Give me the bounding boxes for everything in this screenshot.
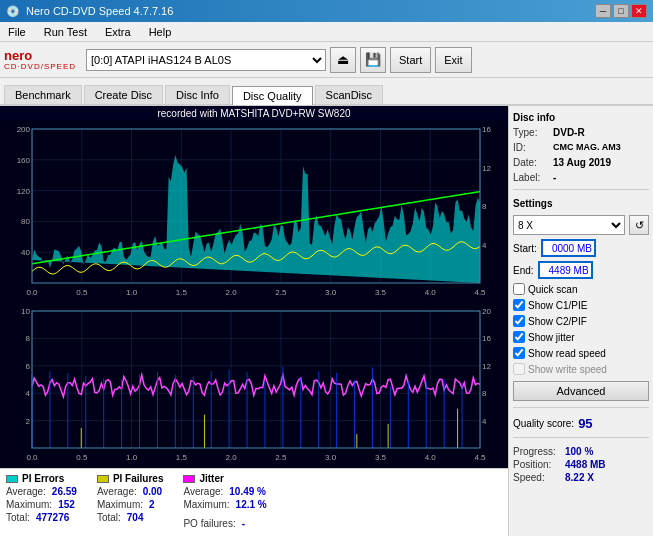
disc-type-row: Type: DVD-R	[513, 127, 649, 138]
end-mb-input[interactable]	[538, 261, 593, 279]
pi-failures-header: PI Failures	[97, 473, 164, 484]
logo-sub: CD·DVD/SPEED	[4, 62, 76, 71]
upper-canvas	[0, 121, 508, 303]
end-label: End:	[513, 265, 534, 276]
show-c1pie-label: Show C1/PIE	[528, 300, 587, 311]
pi-total-value: 477276	[36, 512, 69, 523]
start-mb-input[interactable]	[541, 239, 596, 257]
jitter-avg-label: Average:	[183, 486, 223, 497]
end-mb-row: End:	[513, 261, 649, 279]
disc-label-label: Label:	[513, 172, 551, 183]
tab-scandisc[interactable]: ScanDisc	[315, 85, 383, 104]
menu-help[interactable]: Help	[145, 25, 176, 39]
speed-label: Speed:	[513, 472, 561, 483]
advanced-button[interactable]: Advanced	[513, 381, 649, 401]
show-write-speed-checkbox	[513, 363, 525, 375]
quick-scan-checkbox[interactable]	[513, 283, 525, 295]
menu-run-test[interactable]: Run Test	[40, 25, 91, 39]
progress-value: 100 %	[565, 446, 593, 457]
quick-scan-row: Quick scan	[513, 283, 649, 295]
disc-id-label: ID:	[513, 142, 551, 153]
quality-score-label: Quality score:	[513, 418, 574, 429]
pif-max-label: Maximum:	[97, 499, 143, 510]
pi-avg-value: 26.59	[52, 486, 77, 497]
pi-total-label: Total:	[6, 512, 30, 523]
logo: nero CD·DVD/SPEED	[4, 49, 76, 71]
tab-benchmark[interactable]: Benchmark	[4, 85, 82, 104]
show-read-speed-label: Show read speed	[528, 348, 606, 359]
pi-failures-max-row: Maximum: 2	[97, 499, 164, 510]
maximize-button[interactable]: □	[613, 4, 629, 18]
jitter-header: Jitter	[183, 473, 266, 484]
settings-title: Settings	[513, 198, 649, 209]
toolbar: nero CD·DVD/SPEED [0:0] ATAPI iHAS124 B …	[0, 42, 653, 78]
right-panel: Disc info Type: DVD-R ID: CMC MAG. AM3 D…	[508, 106, 653, 536]
start-button[interactable]: Start	[390, 47, 431, 73]
exit-button[interactable]: Exit	[435, 47, 471, 73]
tabs-bar: Benchmark Create Disc Disc Info Disc Qua…	[0, 78, 653, 106]
po-value: -	[242, 518, 245, 529]
disc-label-row: Label: -	[513, 172, 649, 183]
speed-row: Speed: 8.22 X	[513, 472, 649, 483]
chart-area: recorded with MATSHITA DVD+RW SW820	[0, 106, 508, 468]
menu-file[interactable]: File	[4, 25, 30, 39]
show-write-speed-label: Show write speed	[528, 364, 607, 375]
drive-select[interactable]: [0:0] ATAPI iHAS124 B AL0S	[86, 49, 326, 71]
tab-disc-info[interactable]: Disc Info	[165, 85, 230, 104]
jitter-avg-value: 10.49 %	[229, 486, 266, 497]
show-jitter-checkbox[interactable]	[513, 331, 525, 343]
jitter-group: Jitter Average: 10.49 % Maximum: 12.1 % …	[183, 473, 266, 532]
jitter-max-value: 12.1 %	[236, 499, 267, 510]
divider-2	[513, 407, 649, 408]
po-label: PO failures:	[183, 518, 235, 529]
menu-bar: File Run Test Extra Help	[0, 22, 653, 42]
jitter-avg-row: Average: 10.49 %	[183, 486, 266, 497]
show-c2pif-checkbox[interactable]	[513, 315, 525, 327]
chart-title: recorded with MATSHITA DVD+RW SW820	[0, 106, 508, 121]
pi-errors-header: PI Errors	[6, 473, 77, 484]
disc-type-value: DVD-R	[553, 127, 585, 138]
pif-avg-label: Average:	[97, 486, 137, 497]
disc-info-title: Disc info	[513, 112, 649, 123]
lower-canvas	[0, 303, 508, 468]
start-label: Start:	[513, 243, 537, 254]
divider-3	[513, 437, 649, 438]
pi-failures-total-row: Total: 704	[97, 512, 164, 523]
pi-avg-label: Average:	[6, 486, 46, 497]
pi-failures-label: PI Failures	[113, 473, 164, 484]
tab-disc-quality[interactable]: Disc Quality	[232, 86, 313, 105]
speed-select[interactable]: 8 X	[513, 215, 625, 235]
pi-errors-color	[6, 475, 18, 483]
menu-extra[interactable]: Extra	[101, 25, 135, 39]
show-jitter-label: Show jitter	[528, 332, 575, 343]
show-jitter-row: Show jitter	[513, 331, 649, 343]
speed-row: 8 X ↺	[513, 215, 649, 235]
refresh-btn[interactable]: ↺	[629, 215, 649, 235]
show-c2pif-label: Show C2/PIF	[528, 316, 587, 327]
progress-row: Progress: 100 %	[513, 446, 649, 457]
disc-date-value: 13 Aug 2019	[553, 157, 611, 168]
show-c2pif-row: Show C2/PIF	[513, 315, 649, 327]
pif-avg-value: 0.00	[143, 486, 162, 497]
tab-create-disc[interactable]: Create Disc	[84, 85, 163, 104]
pi-errors-max-row: Maximum: 152	[6, 499, 77, 510]
show-read-speed-checkbox[interactable]	[513, 347, 525, 359]
title-bar-controls: ─ □ ✕	[595, 4, 647, 18]
save-icon-btn[interactable]: 💾	[360, 47, 386, 73]
position-value: 4488 MB	[565, 459, 606, 470]
show-c1pie-checkbox[interactable]	[513, 299, 525, 311]
position-row: Position: 4488 MB	[513, 459, 649, 470]
main-content: recorded with MATSHITA DVD+RW SW820 PI E…	[0, 106, 653, 536]
disc-label-value: -	[553, 172, 556, 183]
pif-total-label: Total:	[97, 512, 121, 523]
speed-value: 8.22 X	[565, 472, 594, 483]
title-bar-left: 💿 Nero CD-DVD Speed 4.7.7.16	[6, 5, 173, 18]
title-bar-text: Nero CD-DVD Speed 4.7.7.16	[26, 5, 173, 17]
jitter-max-label: Maximum:	[183, 499, 229, 510]
close-button[interactable]: ✕	[631, 4, 647, 18]
progress-section: Progress: 100 % Position: 4488 MB Speed:…	[513, 446, 649, 483]
minimize-button[interactable]: ─	[595, 4, 611, 18]
pif-total-value: 704	[127, 512, 144, 523]
show-c1pie-row: Show C1/PIE	[513, 299, 649, 311]
eject-icon-btn[interactable]: ⏏	[330, 47, 356, 73]
